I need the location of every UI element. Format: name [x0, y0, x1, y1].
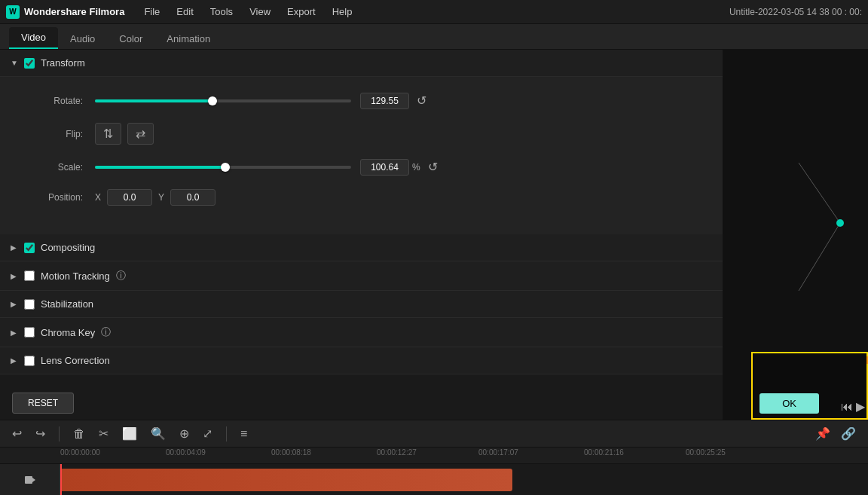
compositing-section-header[interactable]: ▶ Compositing — [0, 234, 723, 261]
timeline-ruler: 00:00:00:00 00:00:04:09 00:00:08:18 00:0… — [0, 448, 868, 464]
logo-icon: W — [6, 5, 20, 19]
rotate-reset-button[interactable]: ↺ — [414, 92, 429, 109]
menu-help[interactable]: Help — [325, 3, 360, 20]
app-name: Wondershare Filmora — [24, 6, 124, 17]
position-label: Position: — [23, 192, 83, 203]
track-content[interactable] — [60, 464, 868, 495]
menu-file[interactable]: File — [136, 3, 167, 20]
transform-title: Transform — [41, 57, 85, 69]
undo-icon[interactable]: ↩ — [9, 424, 25, 443]
play-button[interactable]: ▶ — [856, 399, 865, 414]
timeline-track — [0, 464, 868, 495]
scale-value-input[interactable]: 100.64 — [360, 159, 409, 176]
menu-bar: File Edit Tools View Export Help — [136, 3, 729, 20]
settings-icon[interactable]: ≡ — [237, 425, 250, 443]
ruler-mark-4: 00:00:17:07 — [478, 448, 518, 457]
right-controls: 📌 🔗 — [812, 424, 859, 443]
chroma-key-section-header[interactable]: ▶ Chroma Key ⓘ — [0, 318, 723, 347]
menu-edit[interactable]: Edit — [169, 3, 200, 20]
flip-buttons: ⇅ ⇄ — [95, 123, 154, 145]
motion-tracking-help-icon[interactable]: ⓘ — [116, 269, 126, 283]
flip-row: Flip: ⇅ ⇄ — [23, 123, 700, 145]
title-bar: W Wondershare Filmora File Edit Tools Vi… — [0, 0, 868, 24]
flip-vertical-button[interactable]: ⇄ — [127, 123, 154, 145]
scale-slider[interactable] — [95, 166, 351, 169]
compositing-title: Compositing — [41, 242, 95, 253]
ruler-mark-6: 00:00:25:25 — [686, 448, 726, 457]
flip-horizontal-button[interactable]: ⇅ — [95, 123, 121, 145]
flip-label: Flip: — [23, 129, 83, 139]
rotate-slider[interactable] — [95, 99, 351, 102]
tab-animation[interactable]: Animation — [154, 29, 222, 49]
reset-button[interactable]: RESET — [12, 393, 74, 414]
stabilization-chevron: ▶ — [11, 300, 18, 308]
redo-icon[interactable]: ↪ — [32, 424, 48, 443]
ruler-mark-3: 00:00:12:27 — [377, 448, 417, 457]
ruler-mark-2: 00:00:08:18 — [271, 448, 311, 457]
lens-correction-chevron: ▶ — [11, 356, 18, 365]
app-logo: W Wondershare Filmora — [6, 5, 124, 19]
target-icon[interactable]: ⊕ — [176, 424, 192, 443]
motion-tracking-chevron: ▶ — [11, 272, 18, 280]
position-y-input[interactable]: 0.0 — [170, 189, 215, 206]
lens-correction-title: Lens Correction — [41, 355, 110, 366]
motion-tracking-section-header[interactable]: ▶ Motion Tracking ⓘ — [0, 261, 723, 291]
crop-icon[interactable]: ⬜ — [119, 424, 140, 443]
svg-line-1 — [799, 223, 840, 291]
chroma-key-checkbox[interactable] — [24, 327, 35, 338]
rotate-value-input[interactable]: 129.55 — [360, 93, 409, 109]
expand-icon[interactable]: ⤢ — [200, 424, 215, 443]
ok-button[interactable]: OK — [760, 393, 819, 414]
rotate-row: Rotate: 129.55 ↺ — [23, 92, 700, 109]
toolbar-sep-1 — [59, 426, 60, 442]
ruler-mark-1: 00:00:04:09 — [166, 448, 206, 457]
transform-checkbox[interactable] — [24, 58, 35, 69]
link-icon[interactable]: 🔗 — [838, 424, 859, 443]
transform-content: Rotate: 129.55 ↺ Flip: ⇅ ⇄ Scale: — [0, 77, 723, 234]
ruler-mark-0: 00:00:00:00 — [60, 448, 100, 457]
compositing-checkbox[interactable] — [24, 243, 35, 253]
position-x-input[interactable]: 0.0 — [107, 189, 152, 206]
bottom-padding — [0, 374, 723, 420]
menu-export[interactable]: Export — [280, 3, 323, 20]
stabilization-checkbox[interactable] — [24, 299, 35, 310]
pin-icon[interactable]: 📌 — [812, 424, 833, 443]
toolbar-sep-2 — [226, 426, 227, 442]
compositing-chevron: ▶ — [11, 243, 18, 252]
stabilization-title: Stabilization — [41, 298, 93, 310]
scale-reset-button[interactable]: ↺ — [425, 158, 441, 176]
position-row: Position: X 0.0 Y 0.0 — [23, 189, 700, 206]
playhead — [60, 464, 62, 495]
menu-view[interactable]: View — [242, 3, 278, 20]
lens-correction-checkbox[interactable] — [24, 356, 35, 366]
tab-audio[interactable]: Audio — [58, 29, 107, 49]
stabilization-section-header[interactable]: ▶ Stabilization — [0, 291, 723, 318]
ruler-mark-5: 00:00:21:16 — [584, 448, 624, 457]
video-clip[interactable] — [60, 469, 512, 491]
scale-label: Scale: — [23, 162, 83, 173]
menu-tools[interactable]: Tools — [203, 3, 240, 20]
cut-icon[interactable]: ✂ — [96, 424, 112, 443]
motion-tracking-checkbox[interactable] — [24, 270, 35, 281]
track-label — [0, 464, 60, 495]
scale-unit: % — [412, 162, 420, 173]
window-title: Untitle-2022-03-05 14 38 00 : 00: — [729, 7, 862, 17]
rotate-slider-thumb[interactable] — [208, 96, 217, 105]
tab-color[interactable]: Color — [107, 29, 154, 49]
timeline-toolbar: ↩ ↪ 🗑 ✂ ⬜ 🔍 ⊕ ⤢ ≡ 📌 🔗 — [0, 420, 868, 448]
rotate-label: Rotate: — [23, 96, 83, 106]
svg-marker-4 — [32, 478, 35, 482]
svg-line-0 — [799, 163, 840, 223]
chroma-key-chevron: ▶ — [11, 328, 18, 337]
position-fields: X 0.0 Y 0.0 — [95, 189, 215, 206]
motion-tracking-title: Motion Tracking — [41, 270, 110, 282]
timeline-area: ↩ ↪ 🗑 ✂ ⬜ 🔍 ⊕ ⤢ ≡ 📌 🔗 00:00:00:00 00:00:… — [0, 420, 868, 495]
delete-icon[interactable]: 🗑 — [70, 425, 88, 443]
scale-slider-thumb[interactable] — [221, 163, 230, 172]
tab-video[interactable]: Video — [9, 27, 58, 49]
chroma-key-help-icon[interactable]: ⓘ — [101, 325, 111, 339]
lens-correction-section-header[interactable]: ▶ Lens Correction — [0, 347, 723, 374]
step-back-button[interactable]: ⏮ — [841, 400, 853, 414]
zoom-icon[interactable]: 🔍 — [148, 424, 169, 443]
transform-section-header[interactable]: ▼ Transform — [0, 50, 723, 77]
